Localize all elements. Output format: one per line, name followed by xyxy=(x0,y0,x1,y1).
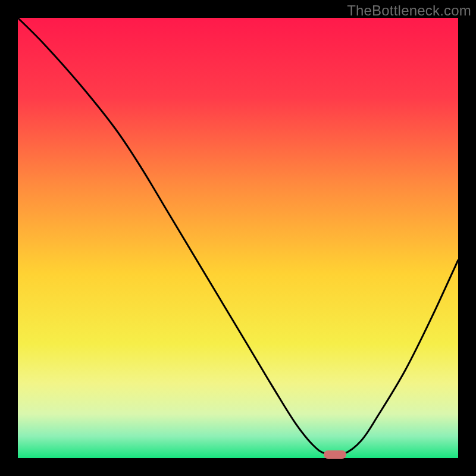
watermark-label: TheBottleneck.com xyxy=(347,2,471,19)
bottleneck-curve xyxy=(18,18,458,455)
curve-svg xyxy=(18,18,458,458)
chart-frame: TheBottleneck.com xyxy=(0,0,476,476)
optimal-marker xyxy=(324,450,346,459)
plot-area xyxy=(18,18,458,458)
